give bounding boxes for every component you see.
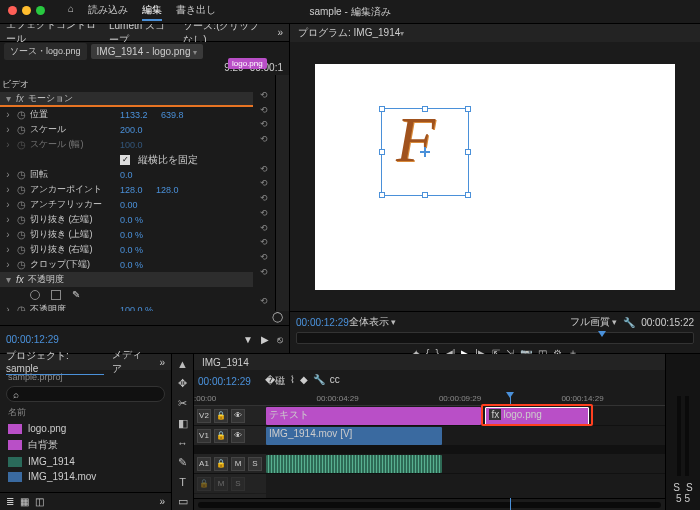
tool-1[interactable]: ✥ [178, 377, 187, 390]
wrench-icon[interactable]: 🔧 [313, 374, 325, 388]
item-name: 白背景 [28, 438, 58, 452]
effect-mini-timeline[interactable] [275, 75, 289, 311]
lock-icon[interactable]: 🔒 [214, 409, 228, 423]
item-name: IMG_1914 [28, 456, 75, 467]
window-title: sample - 編集済み [309, 5, 390, 19]
rect-mask-icon[interactable] [51, 290, 61, 300]
wrench-icon[interactable]: 🔧 [623, 317, 635, 328]
track-a1-header[interactable]: A1🔒MS [194, 454, 266, 474]
stopwatch-icon[interactable]: ◷ [16, 109, 26, 120]
freeform-icon[interactable]: ◫ [35, 496, 44, 507]
clip-video[interactable]: IMG_1914.mov [V] [266, 427, 442, 445]
project-item[interactable]: 白背景 [0, 436, 171, 454]
overflow-icon[interactable]: » [159, 496, 165, 507]
timeline-ruler[interactable]: :00:0000:00:04:2900:00:09:2900:00:14:29 [194, 392, 665, 406]
program-canvas[interactable]: F [315, 64, 675, 290]
pen-mask-icon[interactable]: ✎ [72, 289, 80, 300]
project-item[interactable]: logo.png [0, 421, 171, 436]
overflow-icon[interactable]: » [159, 357, 165, 368]
clip-text[interactable]: テキスト [266, 407, 481, 425]
program-controls: 00:00:12:29 全体表示 ▾ フル画質 ▾ 🔧 00:00:15:22 … [290, 311, 700, 353]
tool-3[interactable]: ◧ [178, 417, 188, 430]
prop-lock-aspect[interactable]: ✓ 縦横比を固定 [0, 152, 253, 167]
ellipse-mask-icon[interactable] [30, 290, 40, 300]
play-icon[interactable]: ▶ [261, 334, 269, 345]
logo-glyph: F [396, 103, 435, 177]
menu-export[interactable]: 書き出し [176, 3, 216, 21]
maximize-icon[interactable] [36, 6, 45, 15]
link-icon[interactable]: ⌇ [290, 374, 295, 388]
filter-icon[interactable]: ▼ [243, 334, 253, 345]
sequence-tab[interactable]: IMG_1914 [202, 357, 249, 368]
rotation-value[interactable]: 0.0 [120, 170, 133, 180]
effect-timecode[interactable]: 00:00:12:29 [6, 334, 59, 345]
expand-icon[interactable]: › [4, 109, 12, 120]
icon-view-icon[interactable]: ▦ [20, 496, 29, 507]
timeline-tracks[interactable]: テキスト fx logo.png IMG_1914.mov [V] [266, 406, 665, 498]
timeline-timecode[interactable]: 00:00:12:29 [198, 376, 251, 387]
section-motion[interactable]: ▾ fx モーション [0, 92, 253, 107]
search-input[interactable]: ⌕ [6, 386, 165, 402]
source-tab-logo[interactable]: ソース・logo.png [4, 43, 87, 60]
zoom-scrollbar[interactable] [198, 502, 661, 508]
playhead-icon[interactable] [598, 331, 606, 337]
program-tab[interactable]: プログラム: IMG_1914 ▾ [290, 24, 700, 42]
track-v2[interactable]: テキスト fx logo.png [266, 406, 665, 426]
expand-icon[interactable]: ▾ [4, 93, 12, 104]
minimize-icon[interactable] [22, 6, 31, 15]
selected-clip-overlay[interactable]: F [381, 108, 469, 196]
cc-icon[interactable]: cc [330, 374, 340, 388]
project-item[interactable]: IMG_1914 [0, 454, 171, 469]
anchor-icon[interactable] [420, 147, 430, 157]
program-tc-left[interactable]: 00:00:12:29 [296, 317, 349, 328]
snap-icon[interactable]: �磁 [265, 374, 285, 388]
eye-icon[interactable]: 👁 [231, 409, 245, 423]
position-y[interactable]: 639.8 [161, 110, 184, 120]
item-name: logo.png [28, 423, 66, 434]
overflow-icon[interactable]: » [277, 27, 283, 38]
track-v1-header[interactable]: V1🔒👁 [194, 426, 266, 446]
project-item[interactable]: IMG_1914.mov [0, 469, 171, 484]
track-v2-header[interactable]: V2🔒👁 [194, 406, 266, 426]
prop-rotation: ›◷ 回転 0.0 [0, 167, 253, 182]
effect-properties: ビデオ ▾ fx モーション › ◷ 位置 1133.2 639.8 ›◷ スケ… [0, 75, 253, 311]
track-v1[interactable]: IMG_1914.mov [V] [266, 426, 665, 446]
project-filename: sample.prproj [0, 370, 171, 384]
scale-value[interactable]: 200.0 [120, 125, 143, 135]
tool-7[interactable]: ▭ [178, 495, 188, 508]
track-a1[interactable] [266, 454, 665, 474]
checkbox-checked-icon[interactable]: ✓ [120, 155, 130, 165]
tool-6[interactable]: T [179, 476, 186, 488]
ruler-tick: :00:00 [194, 394, 216, 403]
tool-5[interactable]: ✎ [178, 456, 187, 469]
menu-edit[interactable]: 編集 [142, 3, 162, 21]
project-items: logo.png白背景IMG_1914IMG_1914.mov [0, 421, 171, 492]
list-view-icon[interactable]: ≣ [6, 496, 14, 507]
column-name[interactable]: 名前 [0, 404, 171, 421]
track-toggle[interactable]: V2 [197, 409, 211, 423]
titlebar: ⌂ 読み込み 編集 書き出し sample - 編集済み [0, 0, 700, 24]
menu-import[interactable]: 読み込み [88, 3, 128, 21]
tool-2[interactable]: ✂ [178, 397, 187, 410]
quality-select[interactable]: フル画質 ▾ [570, 315, 618, 329]
ruler-tick: 00:00:09:29 [439, 394, 481, 403]
marker-icon[interactable]: ◆ [300, 374, 308, 388]
source-tab-composite[interactable]: IMG_1914 - logo.png ▾ [91, 44, 203, 59]
panel-tabs: エフェクトコントロール Lumetri スコープ ソース:(クリップなし) » [0, 24, 289, 42]
clip-logo[interactable]: fx logo.png [485, 407, 589, 425]
prop-scale: ›◷ スケール 200.0 [0, 122, 253, 137]
tool-0[interactable]: ▲ [177, 358, 188, 370]
program-scrubber[interactable] [296, 332, 694, 344]
color-swatch [8, 424, 22, 434]
tool-4[interactable]: ↔ [177, 437, 188, 449]
fit-select[interactable]: 全体表示 ▾ [349, 315, 397, 329]
prop-scale-width: ›◷ スケール (幅) 100.0 [0, 137, 253, 152]
settings-icon[interactable]: ◯ [272, 311, 283, 325]
export-icon[interactable]: ⎋ [277, 334, 283, 345]
close-icon[interactable] [8, 6, 17, 15]
position-x[interactable]: 1133.2 [120, 110, 148, 120]
home-icon[interactable]: ⌂ [68, 3, 74, 21]
track-headers: V2🔒👁 V1🔒👁 A1🔒MS 🔒MS [194, 406, 266, 498]
section-opacity[interactable]: ▾fx 不透明度 [0, 272, 253, 287]
clip-audio[interactable] [266, 455, 442, 473]
